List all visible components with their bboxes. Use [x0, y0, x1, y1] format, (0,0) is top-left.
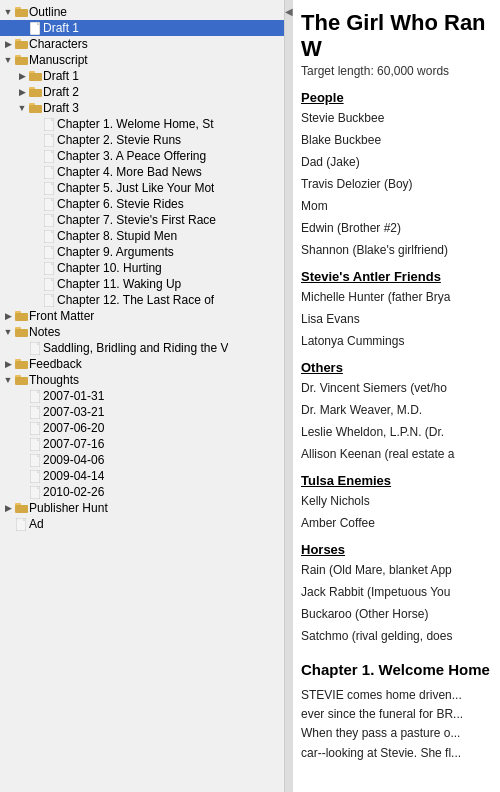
expand-icon-manuscript[interactable]: ▼	[2, 55, 14, 65]
tree-item-t5[interactable]: 2009-04-06	[0, 452, 284, 468]
document-title: The Girl Who Ran W	[301, 10, 490, 62]
item-label-ch2: Chapter 2. Stevie Runs	[57, 133, 181, 147]
tree-item-manuscript[interactable]: ▼Manuscript	[0, 52, 284, 68]
tree-item-t7[interactable]: 2010-02-26	[0, 484, 284, 500]
section-line: Mom	[301, 197, 490, 215]
left-panel[interactable]: ▼OutlineDraft 1▶Characters▼Manuscript▶Dr…	[0, 0, 285, 792]
chapter-text: STEVIE comes home driven...ever since th…	[301, 686, 490, 763]
svg-rect-63	[15, 505, 28, 513]
doc-icon-t1	[28, 389, 42, 403]
panel-divider[interactable]: ◀	[285, 0, 293, 792]
doc-icon-ch7	[42, 213, 56, 227]
section-line: Amber Coffee	[301, 514, 490, 532]
expand-icon-notes[interactable]: ▼	[2, 327, 14, 337]
tree-item-feedback[interactable]: ▶Feedback	[0, 356, 284, 372]
folder-icon-ms-draft2	[28, 85, 42, 99]
tree-item-ch3[interactable]: Chapter 3. A Peace Offering	[0, 148, 284, 164]
tree-item-t6[interactable]: 2009-04-14	[0, 468, 284, 484]
tree-item-ch2[interactable]: Chapter 2. Stevie Runs	[0, 132, 284, 148]
tree-item-ch8[interactable]: Chapter 8. Stupid Men	[0, 228, 284, 244]
folder-icon-publisher	[14, 501, 28, 515]
tree-item-ch1[interactable]: Chapter 1. Welome Home, St	[0, 116, 284, 132]
section-heading-others: Others	[301, 360, 490, 375]
tree-item-ms-draft3[interactable]: ▼Draft 3	[0, 100, 284, 116]
svg-rect-13	[29, 105, 42, 113]
tree-item-ch9[interactable]: Chapter 9. Arguments	[0, 244, 284, 260]
tree-item-ch10[interactable]: Chapter 10. Hurting	[0, 260, 284, 276]
tree-item-characters[interactable]: ▶Characters	[0, 36, 284, 52]
expand-icon-ms-draft3[interactable]: ▼	[16, 103, 28, 113]
tree-item-outline[interactable]: ▼Outline	[0, 4, 284, 20]
section-line: Leslie Wheldon, L.P.N. (Dr.	[301, 423, 490, 441]
section-line: Buckaroo (Other Horse)	[301, 605, 490, 623]
tree-item-ms-draft1[interactable]: ▶Draft 1	[0, 68, 284, 84]
svg-rect-7	[15, 57, 28, 65]
tree-item-t3[interactable]: 2007-06-20	[0, 420, 284, 436]
tree-item-t2[interactable]: 2007-03-21	[0, 404, 284, 420]
section-heading-people: People	[301, 90, 490, 105]
tree-item-publisher[interactable]: ▶Publisher Hunt	[0, 500, 284, 516]
svg-rect-45	[15, 361, 28, 369]
tree-item-ch11[interactable]: Chapter 11. Waking Up	[0, 276, 284, 292]
item-label-t2: 2007-03-21	[43, 405, 104, 419]
expand-icon-frontmatter[interactable]: ▶	[2, 311, 14, 321]
section-line: Travis Delozier (Boy)	[301, 175, 490, 193]
item-label-draft1-top: Draft 1	[43, 21, 79, 35]
section-line: Blake Buckbee	[301, 131, 490, 149]
tree-item-ms-draft2[interactable]: ▶Draft 2	[0, 84, 284, 100]
doc-icon-ch3	[42, 149, 56, 163]
folder-icon-notes	[14, 325, 28, 339]
tree-item-ch4[interactable]: Chapter 4. More Bad News	[0, 164, 284, 180]
section-line: Latonya Cummings	[301, 332, 490, 350]
folder-icon-ms-draft3	[28, 101, 42, 115]
doc-icon-ch5	[42, 181, 56, 195]
expand-icon-feedback[interactable]: ▶	[2, 359, 14, 369]
doc-icon-ch6	[42, 197, 56, 211]
tree-item-ch7[interactable]: Chapter 7. Stevie's First Race	[0, 212, 284, 228]
expand-icon-ms-draft2[interactable]: ▶	[16, 87, 28, 97]
item-label-ch8: Chapter 8. Stupid Men	[57, 229, 177, 243]
tree-item-ch12[interactable]: Chapter 12. The Last Race of	[0, 292, 284, 308]
doc-icon-t6	[28, 469, 42, 483]
section-line: Edwin (Brother #2)	[301, 219, 490, 237]
section-line: Dad (Jake)	[301, 153, 490, 171]
tree-item-notes[interactable]: ▼Notes	[0, 324, 284, 340]
expand-icon-outline[interactable]: ▼	[2, 7, 14, 17]
tree-item-t1[interactable]: 2007-01-31	[0, 388, 284, 404]
svg-rect-47	[15, 377, 28, 385]
tree-item-thoughts[interactable]: ▼Thoughts	[0, 372, 284, 388]
item-label-ch9: Chapter 9. Arguments	[57, 245, 174, 259]
doc-icon-ch1	[42, 117, 56, 131]
section-line: Dr. Vincent Siemers (vet/ho	[301, 379, 490, 397]
folder-icon-characters	[14, 37, 28, 51]
tree-item-ch6[interactable]: Chapter 6. Stevie Rides	[0, 196, 284, 212]
expand-icon-publisher[interactable]: ▶	[2, 503, 14, 513]
tree-item-frontmatter[interactable]: ▶Front Matter	[0, 308, 284, 324]
expand-icon-ms-draft1[interactable]: ▶	[16, 71, 28, 81]
expand-icon-thoughts[interactable]: ▼	[2, 375, 14, 385]
item-label-ms-draft3: Draft 3	[43, 101, 79, 115]
item-label-ms-draft1: Draft 1	[43, 69, 79, 83]
tree-item-notes-saddling[interactable]: Saddling, Bridling and Riding the V	[0, 340, 284, 356]
doc-icon-ch4	[42, 165, 56, 179]
item-label-t3: 2007-06-20	[43, 421, 104, 435]
doc-icon-ch11	[42, 277, 56, 291]
section-line: Allison Keenan (real estate a	[301, 445, 490, 463]
doc-icon-ch8	[42, 229, 56, 243]
tree-item-t4[interactable]: 2007-07-16	[0, 436, 284, 452]
folder-icon-manuscript	[14, 53, 28, 67]
item-label-ch11: Chapter 11. Waking Up	[57, 277, 181, 291]
section-line: Lisa Evans	[301, 310, 490, 328]
item-label-ch4: Chapter 4. More Bad News	[57, 165, 202, 179]
item-label-publisher: Publisher Hunt	[29, 501, 108, 515]
item-label-outline: Outline	[29, 5, 67, 19]
tree-item-ch5[interactable]: Chapter 5. Just Like Your Mot	[0, 180, 284, 196]
section-heading-horses: Horses	[301, 542, 490, 557]
tree-item-ad[interactable]: Ad	[0, 516, 284, 532]
svg-rect-41	[15, 329, 28, 337]
expand-icon-characters[interactable]: ▶	[2, 39, 14, 49]
section-line: Jack Rabbit (Impetuous You	[301, 583, 490, 601]
svg-rect-1	[15, 9, 28, 17]
right-sections: PeopleStevie BuckbeeBlake BuckbeeDad (Ja…	[301, 90, 490, 645]
tree-item-draft1-top[interactable]: Draft 1	[0, 20, 284, 36]
